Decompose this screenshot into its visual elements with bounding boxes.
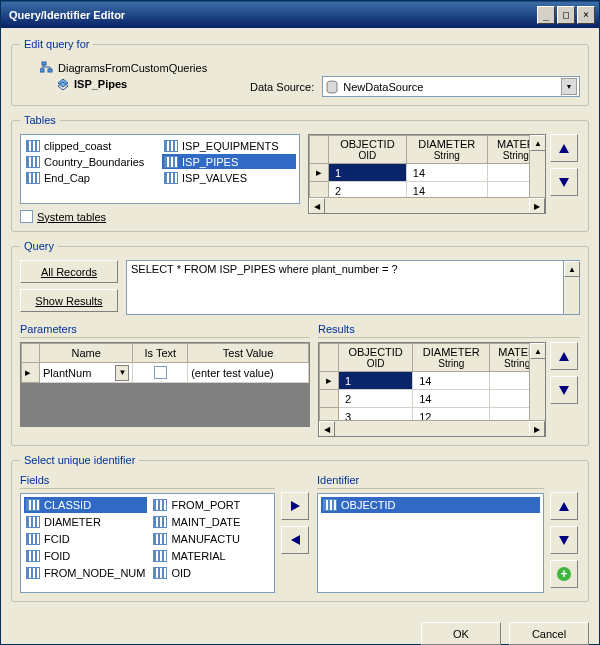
move-up-button[interactable] xyxy=(550,134,578,162)
field-icon xyxy=(153,550,167,562)
table-icon xyxy=(26,140,40,152)
data-source-dropdown-button[interactable]: ▼ xyxy=(561,78,577,95)
client-area: Edit query for DiagramsFromCustomQueries… xyxy=(1,28,599,618)
fields-list[interactable]: CLASSID FROM_PORT DIAMETER MAINT_DATE FC… xyxy=(20,493,275,593)
chevron-down-icon[interactable]: ▼ xyxy=(115,365,129,381)
titlebar: Query/Identifier Editor _ □ × xyxy=(1,1,599,28)
move-down-button[interactable] xyxy=(550,168,578,196)
field-item[interactable]: MAINT_DATE xyxy=(151,514,271,530)
table-icon xyxy=(164,156,178,168)
table-item[interactable]: clipped_coast xyxy=(24,138,158,153)
arrow-up-icon xyxy=(559,352,569,361)
plus-icon: + xyxy=(557,567,571,581)
identifier-up-button[interactable] xyxy=(550,492,578,520)
svg-rect-0 xyxy=(42,62,46,65)
param-name-cell[interactable]: PlantNum▼ xyxy=(40,363,133,383)
add-field-button[interactable] xyxy=(281,492,309,520)
data-source-value: NewDataSource xyxy=(343,81,561,93)
istext-checkbox[interactable] xyxy=(154,366,167,379)
select-unique-identifier-group: Select unique identifier Fields CLASSID … xyxy=(11,454,589,602)
dialog-footer: OK Cancel xyxy=(1,618,599,645)
svg-marker-3 xyxy=(58,79,68,87)
field-icon xyxy=(26,516,40,528)
table-item[interactable]: End_Cap xyxy=(24,170,158,185)
tree-parent-row[interactable]: DiagramsFromCustomQueries xyxy=(40,60,580,76)
grid-hscroll[interactable]: ◀▶ xyxy=(309,197,545,213)
system-tables-label: System tables xyxy=(37,211,106,223)
field-item-selected[interactable]: CLASSID xyxy=(24,497,147,513)
arrow-up-icon xyxy=(559,502,569,511)
svg-rect-1 xyxy=(40,69,44,72)
data-source-row: Data Source: NewDataSource ▼ xyxy=(250,76,580,97)
arrow-down-icon xyxy=(559,386,569,395)
fields-label: Fields xyxy=(20,474,275,489)
param-testvalue-cell[interactable]: (enter test value) xyxy=(188,363,309,383)
tables-list[interactable]: clipped_coast ISP_EQUIPMENTS Country_Bou… xyxy=(20,134,300,204)
identifier-list[interactable]: OBJECTID xyxy=(317,493,544,593)
field-icon xyxy=(153,499,167,511)
ok-button[interactable]: OK xyxy=(421,622,501,645)
field-item[interactable]: MATERIAL xyxy=(151,548,271,564)
field-item[interactable]: MANUFACTU xyxy=(151,531,271,547)
table-item-selected[interactable]: ISP_PIPES xyxy=(162,154,296,169)
identifier-item[interactable]: OBJECTID xyxy=(321,497,540,513)
results-up-button[interactable] xyxy=(550,342,578,370)
field-item[interactable]: FROM_PORT xyxy=(151,497,271,513)
query-vscroll[interactable]: ▲ xyxy=(564,260,580,315)
field-item[interactable]: OID xyxy=(151,565,271,581)
results-grid[interactable]: OBJECTIDOID DIAMETERString MATERString ▸… xyxy=(318,342,546,437)
layer-icon xyxy=(56,77,70,91)
edit-query-for-group: Edit query for DiagramsFromCustomQueries… xyxy=(11,38,589,106)
minimize-button[interactable]: _ xyxy=(537,6,555,24)
tree-child-label: ISP_Pipes xyxy=(74,78,127,90)
cancel-button[interactable]: Cancel xyxy=(509,622,589,645)
row-indicator: ▸ xyxy=(310,164,329,182)
show-results-button[interactable]: Show Results xyxy=(20,289,118,312)
tables-legend: Tables xyxy=(20,114,60,126)
window-controls: _ □ × xyxy=(537,6,595,24)
field-icon xyxy=(26,567,40,579)
field-item[interactable]: DIAMETER xyxy=(24,514,147,530)
close-button[interactable]: × xyxy=(577,6,595,24)
diagram-icon xyxy=(40,61,54,75)
field-icon xyxy=(26,550,40,562)
tables-preview-grid[interactable]: OBJECTIDOID DIAMETERString MATERString ▸… xyxy=(308,134,546,214)
table-item[interactable]: Country_Boundaries xyxy=(24,154,158,169)
all-records-button[interactable]: All Records xyxy=(20,260,118,283)
table-item[interactable]: ISP_VALVES xyxy=(162,170,296,185)
database-icon xyxy=(325,80,339,94)
arrow-left-icon xyxy=(291,535,300,545)
field-item[interactable]: FROM_NODE_NUM xyxy=(24,565,147,581)
sui-legend: Select unique identifier xyxy=(20,454,139,466)
query-textarea[interactable]: SELECT * FROM ISP_PIPES where plant_numb… xyxy=(126,260,564,315)
window: Query/Identifier Editor _ □ × Edit query… xyxy=(0,0,600,645)
table-item[interactable]: ISP_EQUIPMENTS xyxy=(162,138,296,153)
system-tables-checkbox[interactable] xyxy=(20,210,33,223)
identifier-add-button[interactable]: + xyxy=(550,560,578,588)
data-source-combo[interactable]: NewDataSource ▼ xyxy=(322,76,580,97)
parameters-grid[interactable]: Name Is Text Test Value ▸ PlantNum▼ (ent… xyxy=(20,342,310,427)
arrow-up-icon xyxy=(559,144,569,153)
field-icon xyxy=(153,516,167,528)
field-icon xyxy=(26,499,40,511)
arrow-down-icon xyxy=(559,178,569,187)
field-item[interactable]: FOID xyxy=(24,548,147,564)
field-icon xyxy=(153,567,167,579)
field-icon xyxy=(323,499,337,511)
arrow-down-icon xyxy=(559,536,569,545)
window-title: Query/Identifier Editor xyxy=(5,9,537,21)
tree-parent-label: DiagramsFromCustomQueries xyxy=(58,62,207,74)
data-source-label: Data Source: xyxy=(250,81,314,93)
system-tables-row[interactable]: System tables xyxy=(20,210,300,223)
row-indicator: ▸ xyxy=(22,363,40,383)
edit-query-for-legend: Edit query for xyxy=(20,38,93,50)
remove-field-button[interactable] xyxy=(281,526,309,554)
identifier-down-button[interactable] xyxy=(550,526,578,554)
maximize-button[interactable]: □ xyxy=(557,6,575,24)
field-item[interactable]: FCID xyxy=(24,531,147,547)
svg-rect-2 xyxy=(48,69,52,72)
results-down-button[interactable] xyxy=(550,376,578,404)
param-istext-cell[interactable] xyxy=(133,363,188,383)
grid-hscroll[interactable]: ◀▶ xyxy=(319,420,545,436)
table-icon xyxy=(164,172,178,184)
